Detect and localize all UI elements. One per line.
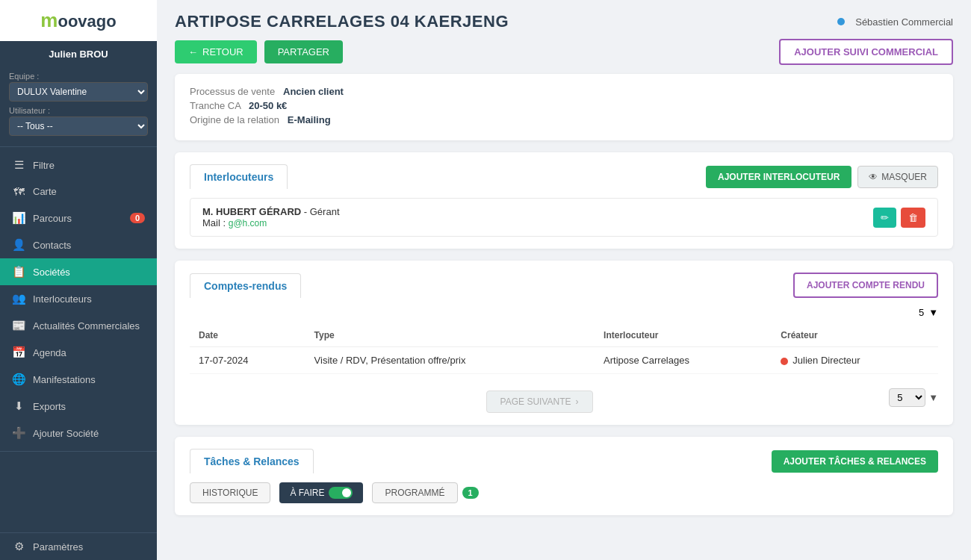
toolbar: ← RETOUR PARTAGER AJOUTER SUIVI COMMERCI… xyxy=(157,39,971,74)
cell-type[interactable]: Visite / RDV, Présentation offre/prix xyxy=(305,347,595,374)
interlocuteur-info: M. HUBERT GÉRARD - Gérant Mail : g@h.com xyxy=(202,206,340,228)
next-page-label: PAGE SUIVANTE xyxy=(500,396,571,407)
info-card: Processus de vente Ancien client Tranche… xyxy=(175,74,953,140)
a-faire-label: À FAIRE xyxy=(290,488,324,498)
col-type: Type xyxy=(305,324,595,347)
pagination: PAGE SUIVANTE › xyxy=(190,391,889,413)
share-button[interactable]: PARTAGER xyxy=(264,40,343,63)
col-interlocuteur: Interlocuteur xyxy=(595,324,772,347)
sidebar-item-interlocuteurs[interactable]: 👥 Interlocuteurs xyxy=(0,285,157,312)
add-suivi-button[interactable]: AJOUTER SUIVI COMMERCIAL xyxy=(779,39,953,65)
origine-value: E-Mailing xyxy=(288,114,331,125)
sidebar-item-societes[interactable]: 📋 Sociétés xyxy=(0,258,157,285)
add-interlocuteur-button[interactable]: AJOUTER INTERLOCUTEUR xyxy=(706,166,851,188)
sidebar-form: Equipe : DULUX Valentine Utilisateur : -… xyxy=(0,64,157,142)
cell-interlocuteur: Artipose Carrelages xyxy=(595,347,772,374)
parcours-icon: 📊 xyxy=(12,211,25,225)
delete-interlocuteur-button[interactable]: 🗑 xyxy=(901,208,925,228)
interlocuteurs-tab: Interlocuteurs xyxy=(190,164,288,189)
origine-row: Origine de la relation E-Mailing xyxy=(190,114,938,125)
header-username: Sébastien Commercial xyxy=(855,16,953,28)
eye-icon: 👁 xyxy=(869,172,878,182)
taches-card: Tâches & Relances AJOUTER TÂCHES & RELAN… xyxy=(175,437,953,515)
actualites-icon: 📰 xyxy=(12,319,25,332)
exports-icon: ⬇ xyxy=(12,399,25,413)
cell-date: 17-07-2024 xyxy=(190,347,305,374)
sidebar-item-carte[interactable]: 🗺 Carte xyxy=(0,178,157,205)
interlocuteur-row: M. HUBERT GÉRARD - Gérant Mail : g@h.com… xyxy=(190,198,938,237)
add-taches-button[interactable]: AJOUTER TÂCHES & RELANCES xyxy=(772,450,938,473)
taches-tab: Tâches & Relances xyxy=(190,449,314,473)
comptes-rendus-header: Comptes-rendus AJOUTER COMPTE RENDU xyxy=(190,273,938,298)
header-right: Sébastien Commercial xyxy=(837,16,953,28)
user-select[interactable]: -- Tous -- xyxy=(9,116,148,136)
sidebar-item-manifestations[interactable]: 🌐 Manifestations xyxy=(0,366,157,393)
sidebar-item-label: Agenda xyxy=(33,347,66,358)
user-status-dot xyxy=(837,18,845,25)
tab-historique[interactable]: HISTORIQUE xyxy=(190,482,270,503)
sidebar-item-ajouter-societe[interactable]: ➕ Ajouter Société xyxy=(0,420,157,447)
col-createur: Créateur xyxy=(772,324,938,347)
taches-toggle-row: HISTORIQUE À FAIRE PROGRAMMÉ 1 xyxy=(190,482,938,503)
sidebar-item-parametres[interactable]: ⚙ Paramètres xyxy=(0,533,157,560)
tab-programme[interactable]: PROGRAMMÉ xyxy=(372,482,457,503)
table-header-row: Date Type Interlocuteur Créateur xyxy=(190,324,938,347)
edit-interlocuteur-button[interactable]: ✏ xyxy=(873,208,896,228)
sidebar-item-label: Parcours xyxy=(33,213,72,224)
manifestations-icon: 🌐 xyxy=(12,373,25,386)
sidebar: moovago Julien BROU Equipe : DULUX Valen… xyxy=(0,0,157,560)
sidebar-item-contacts[interactable]: 👤 Contacts xyxy=(0,231,157,258)
comptes-rendus-actions: AJOUTER COMPTE RENDU xyxy=(793,273,938,298)
interlocuteur-mail-row: Mail : g@h.com xyxy=(202,217,340,228)
chevron-right-icon: › xyxy=(576,396,579,407)
comptes-rendus-card: Comptes-rendus AJOUTER COMPTE RENDU 5 ▼ … xyxy=(175,261,953,425)
sidebar-item-label: Manifestations xyxy=(33,374,96,385)
sidebar-username: Julien BROU xyxy=(0,41,157,64)
a-faire-toggle[interactable] xyxy=(329,487,353,499)
per-page-top: 5 ▼ xyxy=(190,307,938,318)
interlocuteur-mail[interactable]: g@h.com xyxy=(229,218,267,228)
back-label: RETOUR xyxy=(202,46,243,57)
comptes-rendus-table: Date Type Interlocuteur Créateur 17-07-2… xyxy=(190,324,938,374)
sidebar-item-parcours[interactable]: 📊 Parcours 0 xyxy=(0,205,157,231)
per-page-bottom: 5 10 25 ▼ xyxy=(889,388,938,407)
interlocuteur-name: M. HUBERT GÉRARD xyxy=(202,206,301,217)
team-select[interactable]: DULUX Valentine xyxy=(9,82,148,102)
content-area: Processus de vente Ancien client Tranche… xyxy=(157,74,971,533)
sidebar-item-label: Filtre xyxy=(33,160,55,171)
sidebar-item-actualites[interactable]: 📰 Actualités Commerciales xyxy=(0,312,157,339)
tranche-label: Tranche CA xyxy=(190,100,241,111)
sidebar-item-label: Actualités Commerciales xyxy=(33,320,140,332)
sidebar-item-label: Carte xyxy=(33,186,57,197)
per-page-arrow-icon: ▼ xyxy=(928,392,938,403)
back-arrow-icon: ← xyxy=(188,46,198,57)
interlocuteurs-header: Interlocuteurs AJOUTER INTERLOCUTEUR 👁 M… xyxy=(190,164,938,189)
per-page-top-value: 5 xyxy=(919,307,924,318)
sidebar-item-filtre[interactable]: ☰ Filtre xyxy=(0,152,157,178)
interlocuteur-name-role: M. HUBERT GÉRARD - Gérant xyxy=(202,206,340,217)
sidebar-item-exports[interactable]: ⬇ Exports xyxy=(0,393,157,420)
sidebar-item-agenda[interactable]: 📅 Agenda xyxy=(0,339,157,366)
cell-createur: Julien Directeur xyxy=(772,347,938,374)
team-label: Equipe : xyxy=(9,72,148,81)
sidebar-item-label: Interlocuteurs xyxy=(33,293,92,305)
agenda-icon: 📅 xyxy=(12,346,25,359)
add-compte-rendu-button[interactable]: AJOUTER COMPTE RENDU xyxy=(793,273,938,298)
contacts-icon: 👤 xyxy=(12,238,25,252)
next-page-button[interactable]: PAGE SUIVANTE › xyxy=(486,391,593,413)
sidebar-item-label: Ajouter Société xyxy=(33,428,99,439)
per-page-select[interactable]: 5 10 25 xyxy=(889,388,925,407)
masquer-button[interactable]: 👁 MASQUER xyxy=(857,166,938,188)
table-row: 17-07-2024 Visite / RDV, Présentation of… xyxy=(190,347,938,374)
processus-value: Ancien client xyxy=(283,86,344,97)
origine-label: Origine de la relation xyxy=(190,114,279,125)
back-button[interactable]: ← RETOUR xyxy=(175,40,257,63)
toggle-a-faire[interactable]: À FAIRE xyxy=(279,482,363,503)
masquer-label: MASQUER xyxy=(881,172,927,182)
map-icon: 🗺 xyxy=(12,185,25,198)
sidebar-logo: moovago xyxy=(0,0,157,41)
interlocuteurs-card: Interlocuteurs AJOUTER INTERLOCUTEUR 👁 M… xyxy=(175,152,953,249)
add-societe-icon: ➕ xyxy=(12,426,25,440)
tranche-value: 20-50 k€ xyxy=(249,100,287,111)
comptes-rendus-tab: Comptes-rendus xyxy=(190,273,301,298)
